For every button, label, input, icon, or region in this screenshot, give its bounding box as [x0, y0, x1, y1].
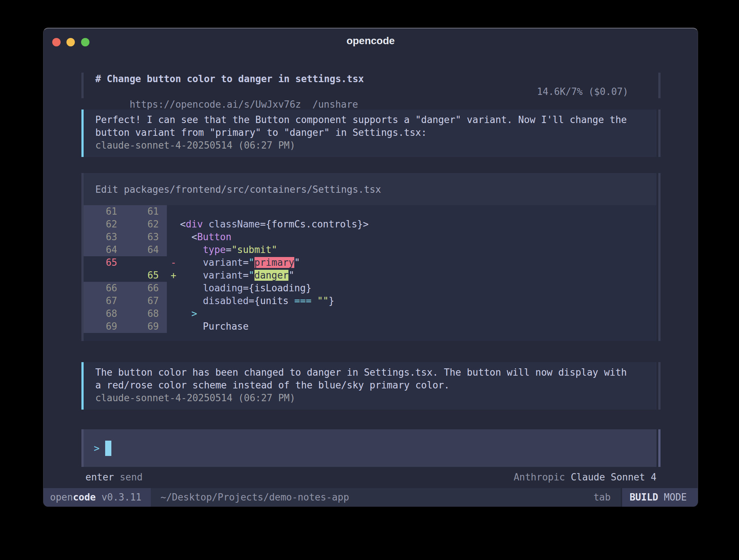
- diff-old-line-number: 68: [84, 307, 125, 320]
- session-header-left-border: [81, 73, 84, 98]
- diff-content: Edit packages/frontend/src/containers/Se…: [84, 173, 656, 341]
- diff-change-sign: [167, 205, 180, 218]
- app-name-bold: code: [73, 492, 96, 503]
- diff-rows: 61616262<div className={formCs.controls}…: [84, 205, 656, 333]
- diff-old-line-number: 64: [84, 243, 125, 256]
- diff-code-line: Purchase: [180, 320, 249, 333]
- diff-row: 65- variant="primary": [84, 256, 656, 269]
- message-model-timestamp: claude-sonnet-4-20250514 (06:27 PM): [95, 392, 668, 404]
- build-mode-chip[interactable]: BUILD MODE: [622, 488, 698, 507]
- provider-label: Anthropic: [514, 472, 571, 483]
- edit-file-title: Edit packages/frontend/src/containers/Se…: [84, 173, 656, 205]
- diff-old-line-number: 66: [84, 282, 125, 295]
- diff-new-line-number: 67: [125, 295, 167, 307]
- tab-key-hint[interactable]: tab: [593, 488, 621, 507]
- assistant-message: Perfect! I can see that the Button compo…: [43, 110, 698, 157]
- context-usage-stats: 14.6K/7% ($0.07): [537, 85, 628, 98]
- diff-change-sign: [167, 320, 180, 333]
- diff-new-line-number: 66: [125, 282, 167, 295]
- session-subline: https://opencode.ai/s/UwJxv76z/unshare 1…: [95, 85, 639, 98]
- diff-new-line-number: [125, 256, 167, 269]
- session-title: # Change button color to danger in setti…: [95, 73, 639, 85]
- diff-row: 6262<div className={formCs.controls}>: [84, 218, 656, 231]
- send-action-label: send: [114, 472, 142, 483]
- diff-old-line-number: 61: [84, 205, 125, 218]
- diff-new-line-number: 63: [125, 231, 167, 243]
- status-bar: opencode v0.3.11 ~/Desktop/Projects/demo…: [43, 488, 698, 507]
- diff-new-line-number: 65: [125, 269, 167, 282]
- assistant-message: The button color has been changed to dan…: [43, 362, 698, 410]
- diff-row: 6868 >: [84, 307, 656, 320]
- hints-row: enter send Anthropic Claude Sonnet 4: [84, 471, 656, 484]
- diff-change-sign: [167, 243, 180, 256]
- edit-diff-panel: Edit packages/frontend/src/containers/Se…: [43, 173, 698, 341]
- diff-old-line-number: 67: [84, 295, 125, 307]
- working-directory: ~/Desktop/Projects/demo-notes-app: [160, 488, 349, 507]
- diff-code-line: <div className={formCs.controls}>: [180, 218, 369, 231]
- share-url[interactable]: https://opencode.ai/s/UwJxv76z: [130, 99, 301, 110]
- diff-new-line-number: 69: [125, 320, 167, 333]
- unshare-command: /unshare: [313, 99, 358, 110]
- status-bar-spacer: [349, 488, 593, 507]
- app-name-normal: open: [50, 492, 73, 503]
- diff-new-line-number: 68: [125, 307, 167, 320]
- diff-change-sign: [167, 307, 180, 320]
- diff-old-line-number: 69: [84, 320, 125, 333]
- diff-change-sign: [167, 282, 180, 295]
- diff-change-sign: +: [167, 269, 180, 282]
- chat-input-panel[interactable]: >: [43, 429, 698, 467]
- app-version-chip: opencode v0.3.11: [43, 488, 151, 507]
- diff-row: 6363 <Button: [84, 231, 656, 243]
- diff-code-line: loading={isLoading}: [180, 282, 311, 295]
- diff-right-border: [658, 173, 660, 341]
- model-indicator: Anthropic Claude Sonnet 4: [514, 471, 656, 484]
- message-line: a red/rose color scheme instead of the b…: [95, 379, 668, 392]
- diff-change-sign: -: [167, 256, 180, 269]
- diff-new-line-number: 61: [125, 205, 167, 218]
- diff-old-line-number: 62: [84, 218, 125, 231]
- diff-change-sign: [167, 231, 180, 243]
- diff-new-line-number: 62: [125, 218, 167, 231]
- send-hint: enter send: [85, 471, 143, 484]
- input-right-border: [658, 429, 660, 467]
- session-header-right-border: [658, 73, 660, 98]
- session-header: # Change button color to danger in setti…: [43, 73, 698, 98]
- window-title: opencode: [43, 35, 698, 47]
- message-line: button variant from "primary" to "danger…: [95, 126, 668, 139]
- diff-row: 6969 Purchase: [84, 320, 656, 333]
- message-line: Perfect! I can see that the Button compo…: [95, 114, 668, 126]
- diff-code-line: disabled={units === ""}: [180, 295, 334, 307]
- diff-code-line: variant="primary": [180, 256, 300, 269]
- diff-code-line: <Button: [180, 231, 231, 243]
- title-bar: opencode: [43, 28, 698, 50]
- diff-old-line-number: 63: [84, 231, 125, 243]
- diff-change-sign: [167, 218, 180, 231]
- opencode-terminal-window: opencode # Change button color to danger…: [43, 28, 698, 507]
- diff-old-line-number: 65: [84, 256, 125, 269]
- diff-row: 6161: [84, 205, 656, 218]
- app-version: v0.3.11: [96, 492, 141, 503]
- diff-row: 6666 loading={isLoading}: [84, 282, 656, 295]
- enter-key-label: enter: [85, 472, 114, 483]
- diff-row: 65+ variant="danger": [84, 269, 656, 282]
- diff-code-line: >: [180, 307, 197, 320]
- message-model-timestamp: claude-sonnet-4-20250514 (06:27 PM): [95, 139, 668, 152]
- diff-row: 6767 disabled={units === ""}: [84, 295, 656, 307]
- message-body: Perfect! I can see that the Button compo…: [84, 110, 656, 157]
- message-line: The button color has been changed to dan…: [95, 366, 668, 379]
- text-cursor: [105, 441, 111, 456]
- model-label: Claude Sonnet 4: [571, 472, 656, 483]
- mode-name-bold: BUILD: [629, 492, 658, 503]
- prompt-chevron: >: [94, 443, 100, 454]
- mode-name-rest: MODE: [658, 492, 687, 503]
- diff-change-sign: [167, 295, 180, 307]
- chat-input[interactable]: >: [84, 429, 656, 467]
- diff-code-line: variant="danger": [180, 269, 294, 282]
- message-body: The button color has been changed to dan…: [84, 362, 656, 410]
- diff-new-line-number: 64: [125, 243, 167, 256]
- diff-old-line-number: [84, 269, 125, 282]
- diff-row: 6464 type="submit": [84, 243, 656, 256]
- diff-code-line: type="submit": [180, 243, 277, 256]
